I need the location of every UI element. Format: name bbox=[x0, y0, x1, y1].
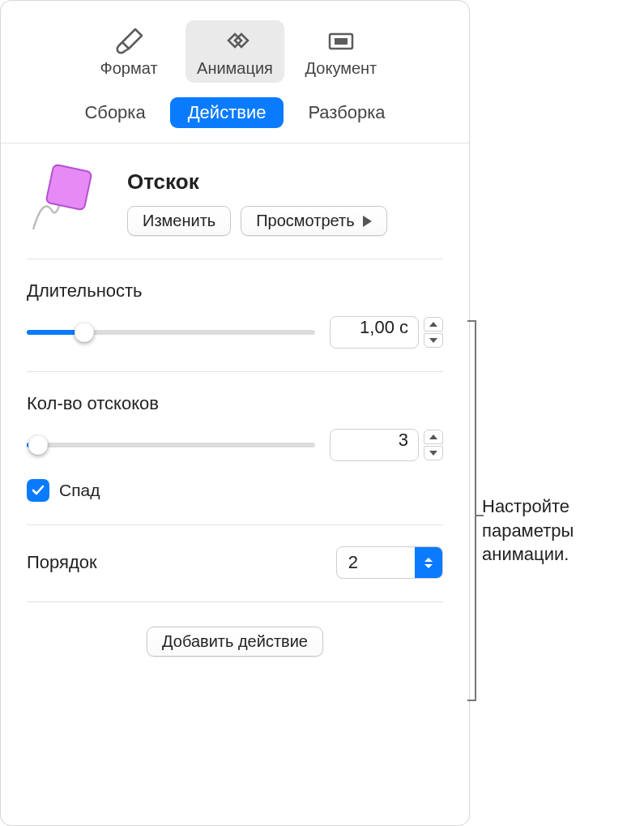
animation-icon bbox=[217, 27, 253, 54]
duration-field[interactable]: 1,00 с bbox=[330, 316, 419, 349]
bounces-label: Кол-во отскоков bbox=[27, 393, 443, 414]
document-tab[interactable]: Документ bbox=[292, 20, 390, 83]
bounces-slider[interactable] bbox=[27, 435, 315, 455]
preview-button[interactable]: Просмотреть bbox=[241, 206, 386, 236]
effect-thumbnail bbox=[27, 163, 111, 236]
animation-tab[interactable]: Анимация bbox=[186, 20, 284, 83]
order-select[interactable]: 2 bbox=[336, 546, 443, 579]
callout-text: Настройте параметры анимации. bbox=[482, 494, 644, 567]
document-icon bbox=[323, 27, 359, 54]
tab-action[interactable]: Действие bbox=[170, 97, 284, 128]
animation-label: Анимация bbox=[197, 59, 273, 78]
inspector-content: Отскок Изменить Просмотреть Длительность bbox=[1, 143, 469, 681]
animation-subtabs: Сборка Действие Разборка bbox=[1, 92, 469, 143]
document-label: Документ bbox=[305, 59, 377, 78]
play-icon bbox=[363, 216, 372, 227]
callout-bracket bbox=[467, 320, 482, 701]
effect-header: Отскок Изменить Просмотреть bbox=[27, 163, 443, 259]
effect-title: Отскок bbox=[127, 169, 443, 195]
duration-section: Длительность 1,00 с bbox=[27, 259, 443, 372]
order-value: 2 bbox=[337, 552, 415, 573]
order-label: Порядок bbox=[27, 552, 97, 573]
bounces-field[interactable]: 3 bbox=[330, 429, 419, 461]
check-icon bbox=[31, 483, 45, 498]
footer: Добавить действие bbox=[27, 602, 443, 681]
duration-label: Длительность bbox=[27, 280, 443, 302]
svg-rect-1 bbox=[335, 38, 348, 45]
brush-icon bbox=[111, 27, 147, 54]
bounces-stepper bbox=[424, 430, 443, 460]
change-effect-button[interactable]: Изменить bbox=[127, 206, 231, 236]
order-section: Порядок 2 bbox=[27, 525, 443, 602]
bounces-section: Кол-во отскоков 3 bbox=[27, 372, 443, 525]
duration-step-down[interactable] bbox=[424, 333, 443, 348]
add-action-button[interactable]: Добавить действие bbox=[147, 627, 323, 657]
bounces-step-down[interactable] bbox=[424, 446, 443, 460]
duration-step-up[interactable] bbox=[424, 317, 443, 332]
decay-checkbox[interactable] bbox=[27, 479, 49, 502]
format-tab[interactable]: Формат bbox=[80, 20, 177, 83]
duration-stepper bbox=[424, 317, 443, 348]
inspector-toolbar: Формат Анимация Документ bbox=[1, 1, 469, 92]
bounces-step-up[interactable] bbox=[424, 430, 443, 444]
format-label: Формат bbox=[100, 59, 158, 78]
select-stepper-icon bbox=[415, 547, 442, 578]
inspector-panel: Формат Анимация Документ Сборка Действие… bbox=[0, 0, 470, 826]
tab-build-in[interactable]: Сборка bbox=[66, 97, 163, 128]
svg-rect-2 bbox=[46, 165, 92, 211]
tab-build-out[interactable]: Разборка bbox=[290, 97, 403, 128]
decay-label: Спад bbox=[59, 481, 100, 500]
duration-slider[interactable] bbox=[27, 323, 315, 342]
